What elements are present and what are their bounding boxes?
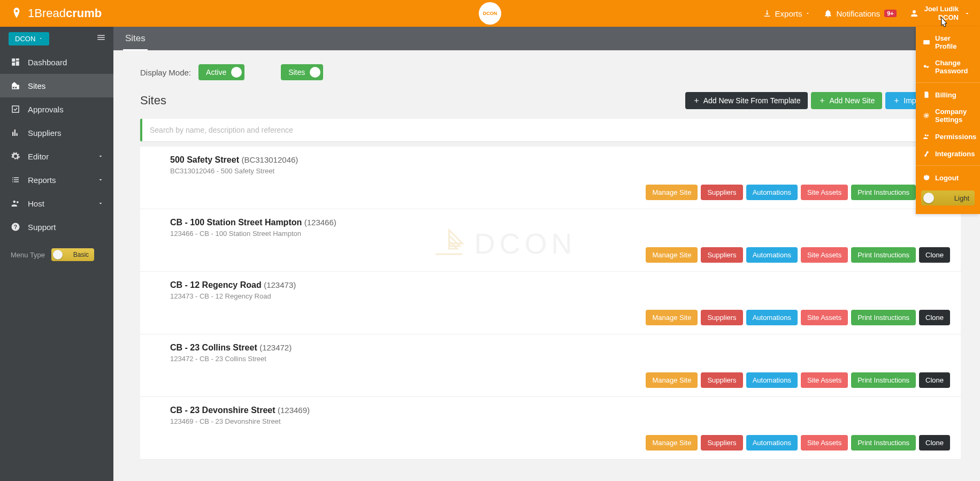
manage-site-button[interactable]: Manage Site (646, 435, 698, 451)
suppliers-button[interactable]: Suppliers (701, 310, 742, 325)
sidebar-item-reports[interactable]: Reports (0, 168, 113, 192)
sidebar-item-sites[interactable]: Sites (0, 74, 113, 97)
menu-type-toggle[interactable]: Basic (51, 248, 94, 261)
site-actions: Manage Site Suppliers Automations Site A… (170, 435, 950, 451)
print-instructions-button[interactable]: Print Instructions (851, 185, 916, 200)
sidebar-collapse-button[interactable] (96, 33, 106, 44)
integrations-link[interactable]: Integrations (916, 145, 980, 162)
list-icon (11, 175, 20, 185)
brand-bold: crumb (66, 6, 102, 20)
add-site-from-template-button[interactable]: Add New Site From Template (685, 92, 808, 109)
suppliers-button[interactable]: Suppliers (701, 435, 742, 451)
users-icon (11, 198, 20, 208)
automations-button[interactable]: Automations (746, 247, 798, 263)
display-mode-row: Display Mode: Active Sites (140, 64, 961, 80)
user-menu-trigger[interactable]: Joel Ludik DCON (909, 5, 970, 21)
manage-site-button[interactable]: Manage Site (646, 310, 698, 325)
exports-dropdown[interactable]: Exports (762, 9, 811, 18)
automations-button[interactable]: Automations (746, 435, 798, 451)
manage-site-button[interactable]: Manage Site (646, 185, 698, 200)
sites-search-wrap (140, 119, 961, 141)
billing-link[interactable]: Billing (916, 86, 980, 103)
display-mode-label: Display Mode: (140, 68, 191, 77)
clone-button[interactable]: Clone (919, 310, 950, 325)
sidebar-item-suppliers[interactable]: Suppliers (0, 121, 113, 144)
clone-button[interactable]: Clone (919, 372, 950, 388)
automations-button[interactable]: Automations (746, 310, 798, 325)
chevron-up-icon (964, 10, 970, 17)
theme-label: Light (954, 194, 969, 202)
power-icon (922, 173, 931, 182)
app-header: 1Breadcrumb DCON Exports Notifications 9… (0, 0, 980, 27)
site-subtitle: 123469 - CB - 23 Devonshire Street (170, 417, 950, 425)
sidebar-item-approvals[interactable]: Approvals (0, 97, 113, 121)
site-ref: (123466) (304, 218, 336, 227)
main-area: Sites DCON Display Mode: Active Sites Si… (113, 27, 980, 481)
top-center-company-logo[interactable]: DCON (479, 2, 501, 25)
print-instructions-button[interactable]: Print Instructions (851, 372, 916, 388)
clone-button[interactable]: Clone (919, 435, 950, 451)
user-profile-link[interactable]: User Profile (916, 30, 980, 55)
chevron-down-icon (97, 153, 104, 159)
site-title: CB - 23 Collins Street (123472) (170, 343, 950, 353)
tab-sites[interactable]: Sites (123, 28, 148, 50)
site-subtitle: 123472 - CB - 23 Collins Street (170, 355, 950, 363)
print-instructions-button[interactable]: Print Instructions (851, 310, 916, 325)
clone-button[interactable]: Clone (919, 247, 950, 263)
city-icon (11, 81, 20, 90)
display-mode-sites-toggle[interactable]: Sites (281, 64, 323, 80)
site-assets-button[interactable]: Site Assets (801, 247, 848, 263)
user-icon (909, 9, 919, 18)
sidebar-item-label: Suppliers (28, 128, 62, 138)
site-subtitle: 123466 - CB - 100 Station Street Hampton (170, 230, 950, 238)
company-selector[interactable]: DCON (9, 32, 49, 45)
sites-title: Sites (140, 94, 166, 108)
plus-icon (818, 97, 826, 104)
notifications-button[interactable]: Notifications 9+ (823, 9, 896, 18)
site-card: CB - 23 Devonshire Street (123469) 12346… (140, 397, 961, 460)
site-assets-button[interactable]: Site Assets (801, 310, 848, 325)
sidebar-item-host[interactable]: Host (0, 192, 113, 215)
suppliers-button[interactable]: Suppliers (701, 372, 742, 388)
logout-link[interactable]: Logout (916, 169, 980, 186)
print-instructions-button[interactable]: Print Instructions (851, 435, 916, 451)
user-company: DCON (924, 13, 959, 22)
company-settings-link[interactable]: Company Settings (916, 103, 980, 128)
menu-type-label: Menu Type (11, 251, 45, 259)
site-actions: Manage Site Suppliers Automations Site A… (170, 372, 950, 388)
question-icon: ? (11, 222, 20, 232)
brand-icon (10, 6, 24, 20)
sites-search-input[interactable] (142, 119, 961, 141)
display-mode-active-toggle[interactable]: Active (198, 64, 244, 80)
user-dropdown-panel: User Profile Change Password Billing Com… (916, 27, 980, 214)
site-assets-button[interactable]: Site Assets (801, 185, 848, 200)
svg-point-3 (927, 135, 929, 136)
automations-button[interactable]: Automations (746, 185, 798, 200)
brand-logo[interactable]: 1Breadcrumb (10, 6, 102, 20)
add-new-site-button[interactable]: Add New Site (811, 92, 882, 109)
site-title: CB - 23 Devonshire Street (123469) (170, 406, 950, 415)
print-instructions-button[interactable]: Print Instructions (851, 247, 916, 263)
permissions-link[interactable]: Permissions (916, 128, 980, 145)
manage-site-button[interactable]: Manage Site (646, 372, 698, 388)
site-ref: (123469) (278, 406, 310, 415)
svg-rect-0 (923, 40, 930, 44)
sidebar-item-support[interactable]: ? Support (0, 215, 113, 239)
bell-icon (823, 9, 833, 18)
menu-type-value: Basic (73, 251, 89, 258)
suppliers-button[interactable]: Suppliers (701, 247, 742, 263)
site-assets-button[interactable]: Site Assets (801, 372, 848, 388)
change-password-link[interactable]: Change Password (916, 55, 980, 79)
chevron-down-icon (97, 177, 104, 183)
manage-site-button[interactable]: Manage Site (646, 247, 698, 263)
site-card: CB - 23 Collins Street (123472) 123472 -… (140, 334, 961, 397)
sidebar-item-editor[interactable]: Editor (0, 144, 113, 168)
site-assets-button[interactable]: Site Assets (801, 435, 848, 451)
theme-toggle[interactable]: Light (921, 190, 975, 205)
site-actions: Manage Site Suppliers Automations Site A… (170, 185, 950, 200)
sidebar-item-label: Sites (28, 81, 45, 90)
sidebar-item-dashboard[interactable]: Dashboard (0, 50, 113, 74)
dashboard-icon (11, 57, 20, 67)
suppliers-button[interactable]: Suppliers (701, 185, 742, 200)
automations-button[interactable]: Automations (746, 372, 798, 388)
